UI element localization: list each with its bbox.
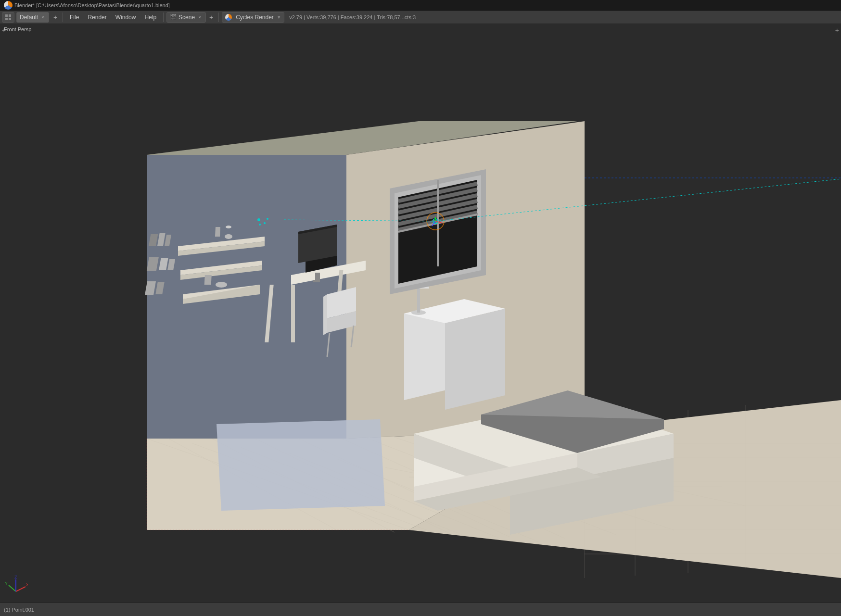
- svg-rect-1: [9, 14, 11, 17]
- menu-file[interactable]: File: [66, 12, 83, 23]
- scene-selector[interactable]: 🎬 Scene ×: [166, 12, 206, 23]
- svg-point-108: [259, 224, 261, 226]
- svg-point-94: [225, 234, 232, 239]
- scene-close-button[interactable]: ×: [197, 14, 203, 20]
- workspace-icon-button[interactable]: [2, 12, 14, 23]
- svg-rect-95: [215, 227, 220, 237]
- svg-point-96: [226, 226, 231, 228]
- svg-marker-79: [313, 280, 320, 282]
- svg-point-106: [257, 218, 260, 221]
- svg-line-113: [16, 587, 25, 591]
- svg-marker-75: [291, 285, 295, 342]
- scene-svg: [0, 25, 841, 603]
- svg-point-107: [267, 218, 268, 220]
- status-selection-info: (1) Point.001: [4, 607, 34, 613]
- menu-bar: Default × + File Render Window Help 🎬 Sc…: [0, 11, 841, 24]
- svg-rect-51: [417, 289, 420, 313]
- scene-label: Scene: [178, 14, 195, 21]
- svg-marker-5: [147, 155, 346, 439]
- svg-point-109: [264, 222, 266, 224]
- svg-rect-78: [315, 273, 320, 280]
- svg-rect-0: [5, 14, 8, 17]
- render-engine-selector[interactable]: Cycles Render ▼: [222, 12, 284, 23]
- svg-text:Y: Y: [5, 581, 8, 586]
- svg-rect-2: [5, 18, 8, 20]
- workspace-tab-close[interactable]: ×: [40, 14, 46, 20]
- workspace-tab-add[interactable]: +: [51, 13, 60, 22]
- menu-window[interactable]: Window: [112, 12, 140, 23]
- svg-marker-36: [217, 419, 385, 511]
- axis-indicator: X Y Z: [4, 575, 28, 599]
- workspace-tab-label: Default: [20, 14, 38, 21]
- blender-logo-icon: [4, 1, 13, 10]
- svg-text:X: X: [26, 582, 28, 587]
- viewport-plus-tr[interactable]: +: [835, 26, 839, 34]
- viewport-mode-text: Front Persp: [4, 26, 31, 32]
- render-engine-label: Cycles Render: [236, 14, 274, 21]
- svg-point-102: [216, 282, 227, 288]
- viewport-header: Front Persp: [4, 26, 31, 32]
- viewport-plus-tl[interactable]: +: [2, 26, 6, 34]
- stats-text: v2.79 | Verts:39,776 | Faces:39,224 | Tr…: [289, 14, 416, 20]
- workspace-tab-default[interactable]: Default ×: [16, 12, 49, 23]
- scene-add-button[interactable]: +: [207, 13, 216, 22]
- blender-small-icon: [225, 14, 232, 21]
- svg-marker-49: [445, 309, 505, 410]
- menu-help[interactable]: Help: [140, 12, 160, 23]
- title-bar: Blender* [C:\Users\Afonso\Desktop\Pastas…: [0, 0, 841, 11]
- viewport[interactable]: Front Persp + +: [0, 25, 841, 603]
- svg-marker-82: [323, 294, 327, 335]
- svg-text:Z: Z: [14, 575, 17, 579]
- separator-1: [63, 13, 63, 22]
- svg-line-115: [9, 585, 16, 591]
- separator-3: [218, 13, 219, 22]
- window-title: Blender* [C:\Users\Afonso\Desktop\Pastas…: [14, 2, 170, 8]
- svg-rect-103: [204, 275, 212, 285]
- svg-rect-3: [9, 18, 11, 20]
- status-bar: (1) Point.001: [0, 603, 841, 616]
- menu-render[interactable]: Render: [84, 12, 110, 23]
- separator-2: [163, 13, 164, 22]
